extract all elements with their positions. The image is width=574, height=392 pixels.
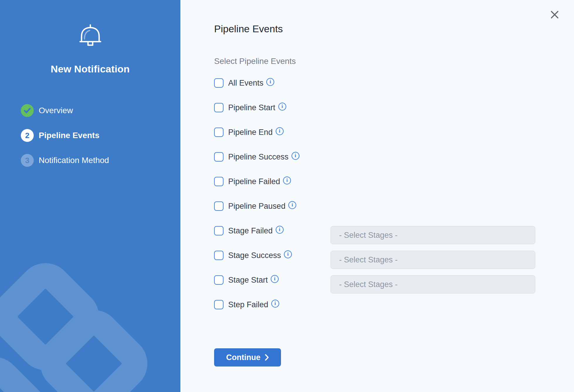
event-label: All Events <box>228 79 263 88</box>
continue-button[interactable]: Continue <box>214 348 281 366</box>
info-icon[interactable]: i <box>292 152 299 160</box>
sidebar-step-pipeline-events[interactable]: 2Pipeline Events <box>21 129 180 142</box>
event-row-step-failed: Step Failedi <box>214 292 574 317</box>
event-label: Pipeline Success <box>228 152 289 162</box>
info-icon[interactable]: i <box>271 275 279 283</box>
select-stages-dropdown-stage-success[interactable]: - Select Stages - <box>331 251 535 269</box>
logo-watermark <box>0 245 180 392</box>
event-row-pipeline-success: Pipeline Successi <box>214 145 574 169</box>
info-icon[interactable]: i <box>276 226 284 234</box>
info-icon[interactable]: i <box>271 300 279 308</box>
step-check-icon <box>21 104 34 117</box>
section-subtitle: Select Pipeline Events <box>214 57 574 65</box>
event-checkbox-list: All EventsiPipeline StartiPipeline EndiP… <box>214 71 574 317</box>
page-title: Pipeline Events <box>214 23 574 35</box>
event-label: Stage Failed <box>228 226 273 235</box>
checkbox-pipeline-failed[interactable] <box>214 177 223 186</box>
event-row-pipeline-failed: Pipeline Failedi <box>214 169 574 194</box>
checkbox-pipeline-paused[interactable] <box>214 201 223 211</box>
event-label: Step Failed <box>228 300 268 309</box>
chevron-right-icon <box>265 354 269 361</box>
event-row-all-events: All Eventsi <box>214 71 574 95</box>
checkbox-pipeline-start[interactable] <box>214 103 223 112</box>
event-label: Stage Success <box>228 251 281 260</box>
info-icon[interactable]: i <box>284 250 292 258</box>
bell-icon <box>77 23 103 50</box>
sidebar-step-overview[interactable]: Overview <box>21 104 180 117</box>
continue-label: Continue <box>226 353 260 362</box>
wizard-steps: Overview2Pipeline Events3Notification Me… <box>0 104 180 167</box>
pipeline-events-panel: Pipeline Events Select Pipeline Events A… <box>180 0 574 392</box>
checkbox-all-events[interactable] <box>214 78 223 88</box>
checkbox-stage-start[interactable] <box>214 275 223 285</box>
step-number-badge: 3 <box>21 154 34 167</box>
step-label: Notification Method <box>39 156 109 165</box>
event-label: Pipeline Start <box>228 103 275 112</box>
checkbox-step-failed[interactable] <box>214 300 223 309</box>
step-label: Overview <box>39 106 73 115</box>
event-row-stage-start: Stage Starti- Select Stages - <box>214 268 574 292</box>
sidebar: New Notification Overview2Pipeline Event… <box>0 0 180 392</box>
event-label: Pipeline Paused <box>228 202 285 211</box>
checkbox-stage-success[interactable] <box>214 251 223 260</box>
checkbox-stage-failed[interactable] <box>214 226 223 235</box>
close-icon <box>551 11 559 19</box>
info-icon[interactable]: i <box>276 127 284 135</box>
close-button[interactable] <box>550 10 559 19</box>
event-row-pipeline-paused: Pipeline Pausedi <box>214 194 574 218</box>
checkbox-pipeline-end[interactable] <box>214 128 223 137</box>
new-notification-modal: New Notification Overview2Pipeline Event… <box>0 0 574 392</box>
step-label: Pipeline Events <box>39 131 99 140</box>
step-number-badge: 2 <box>21 129 34 142</box>
sidebar-step-notification-method[interactable]: 3Notification Method <box>21 154 180 167</box>
info-icon[interactable]: i <box>266 78 274 86</box>
info-icon[interactable]: i <box>288 201 296 209</box>
select-stages-dropdown-stage-failed[interactable]: - Select Stages - <box>331 226 535 244</box>
event-label: Pipeline End <box>228 128 273 137</box>
event-label: Stage Start <box>228 276 268 285</box>
event-row-pipeline-end: Pipeline Endi <box>214 120 574 145</box>
event-row-stage-failed: Stage Failedi- Select Stages - <box>214 218 574 243</box>
event-row-pipeline-start: Pipeline Starti <box>214 95 574 120</box>
sidebar-title: New Notification <box>0 63 180 75</box>
event-label: Pipeline Failed <box>228 177 280 186</box>
info-icon[interactable]: i <box>278 103 286 111</box>
select-stages-dropdown-stage-start[interactable]: - Select Stages - <box>331 275 535 293</box>
checkbox-pipeline-success[interactable] <box>214 152 223 162</box>
event-row-stage-success: Stage Successi- Select Stages - <box>214 243 574 268</box>
info-icon[interactable]: i <box>283 177 291 184</box>
